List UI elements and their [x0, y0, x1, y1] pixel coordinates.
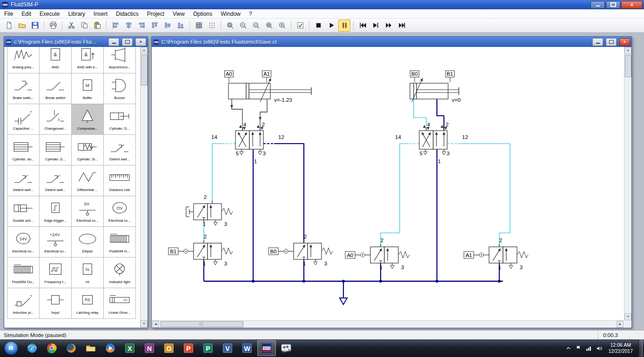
network-icon[interactable] [585, 345, 592, 352]
volume-icon[interactable] [596, 345, 603, 352]
powerpoint-taskbar-button[interactable]: P [179, 340, 198, 356]
outlook-taskbar-button[interactable]: O [160, 340, 178, 356]
zoom-in-button[interactable] [276, 20, 288, 32]
library-item-5[interactable]: Break switch [39, 73, 72, 104]
cut-button[interactable] [65, 20, 77, 32]
sim-step-button[interactable] [369, 20, 382, 32]
library-item-9[interactable]: Changeover... [39, 104, 72, 135]
print-button[interactable] [47, 20, 59, 32]
circuit-minimize-button[interactable] [592, 38, 603, 46]
align-right-button[interactable] [135, 20, 148, 32]
word-taskbar-button[interactable]: W [238, 340, 256, 356]
start-button[interactable] [0, 340, 22, 356]
library-vertical-scrollbar[interactable]: ▲ ▼ [140, 47, 147, 327]
library-item-2[interactable]: &AND with e... [71, 47, 104, 73]
library-item-34[interactable]: RSLatching relay [71, 288, 104, 319]
circuit-canvas[interactable]: A0A1v=-1.23B0B1v=04214125314214125312132… [152, 47, 624, 321]
save-button[interactable] [29, 20, 41, 32]
sim-stop-button[interactable] [312, 20, 324, 32]
library-item-19[interactable]: Distance rule [103, 165, 136, 196]
chrome-taskbar-button[interactable] [42, 340, 61, 356]
paste-button[interactable] [91, 20, 103, 32]
tray-clock[interactable]: 12:06 AM 12/22/2017 [606, 342, 635, 354]
zoom-out-button[interactable] [237, 20, 249, 32]
file-explorer-taskbar-button[interactable] [81, 340, 100, 356]
circuit-maximize-button[interactable] [606, 38, 617, 46]
library-item-33[interactable]: Input [39, 288, 72, 319]
library-item-27[interactable]: FluidSIM In... [103, 226, 136, 258]
align-top-button[interactable] [148, 20, 161, 32]
library-item-11[interactable]: Cylinder, D... [103, 104, 136, 135]
library-window-titlebar[interactable]: FESTO c:\Program Files (x86)\Festo Flui.… [4, 37, 148, 47]
library-item-31[interactable]: Indicator light [103, 257, 136, 288]
library-item-30[interactable]: hiHI [71, 257, 104, 288]
library-item-14[interactable]: Cylinder, Si... [71, 134, 104, 165]
align-bottom-button[interactable] [174, 20, 187, 32]
library-item-21[interactable]: Edge-trigger... [39, 196, 72, 227]
library-item-6[interactable]: MBuffer [71, 73, 104, 104]
menu-execute[interactable]: Execute [35, 10, 64, 18]
zoom-original-button[interactable] [250, 20, 262, 32]
firefox-taskbar-button[interactable] [62, 340, 80, 356]
library-item-22[interactable]: 0VElectrical co... [71, 196, 104, 227]
menu-didactics[interactable]: Didactics [112, 10, 143, 18]
library-close-button[interactable]: × [135, 38, 146, 46]
menu-view[interactable]: View [168, 10, 189, 18]
library-item-1[interactable]: &AND [39, 47, 72, 73]
library-item-23[interactable]: OVElectrical co... [103, 196, 136, 227]
library-item-25[interactable]: +24VElectrical co... [39, 226, 72, 258]
library-item-13[interactable]: Cylinder, D... [39, 134, 72, 165]
show-desktop-button[interactable] [638, 339, 643, 357]
menu-file[interactable]: File [0, 10, 17, 18]
scroll-down-icon[interactable]: ▼ [624, 313, 631, 320]
circuit-hscroll-thumb[interactable] [161, 321, 243, 327]
paint-taskbar-button[interactable] [277, 340, 295, 356]
scroll-left-icon[interactable]: ◀ [152, 321, 159, 328]
library-item-24[interactable]: 24VElectrical co... [7, 226, 40, 258]
new-button[interactable] [3, 20, 15, 32]
library-scroll-thumb[interactable] [141, 55, 148, 86]
scroll-down-icon[interactable]: ▼ [141, 320, 148, 327]
library-item-16[interactable]: Detent swit... [7, 165, 40, 196]
library-item-28[interactable]: FluidSIM Ou... [7, 257, 40, 288]
media-player-taskbar-button[interactable] [101, 340, 120, 356]
circuit-vertical-scrollbar[interactable]: ▲ ▼ [624, 47, 631, 320]
align-left-button[interactable] [109, 20, 121, 32]
library-item-15[interactable]: Detent swit... [103, 134, 136, 165]
library-item-7[interactable]: Buzzer [103, 73, 136, 104]
menu-window[interactable]: Window [216, 10, 245, 18]
publisher-taskbar-button[interactable]: P [199, 340, 217, 356]
library-item-26[interactable]: Ellipse [71, 226, 104, 258]
sim-play-button[interactable] [325, 20, 337, 32]
chevron-up-icon[interactable] [565, 345, 572, 352]
library-maximize-button[interactable] [122, 38, 133, 46]
menu-help[interactable]: ? [245, 10, 256, 18]
menu-edit[interactable]: Edit [17, 10, 35, 18]
zoom-window-button[interactable] [224, 20, 236, 32]
library-item-29[interactable]: Frequency t... [39, 257, 72, 288]
copy-button[interactable] [78, 20, 90, 32]
internet-explorer-taskbar-button[interactable]: e [23, 340, 41, 356]
menu-options[interactable]: Options [189, 10, 216, 18]
library-minimize-button[interactable] [108, 38, 119, 46]
library-item-18[interactable]: Differential ... [71, 165, 104, 196]
onenote-taskbar-button[interactable]: N [140, 340, 159, 356]
sim-end-button[interactable] [396, 20, 408, 32]
library-item-8[interactable]: Capacitive ... [7, 104, 40, 135]
fluidsim-taskbar-button[interactable]: FESTO [257, 340, 276, 356]
menu-library[interactable]: Library [64, 10, 89, 18]
action-center-icon[interactable] [575, 345, 582, 352]
restore-button[interactable] [606, 1, 620, 9]
library-item-17[interactable]: Detent swit... [39, 165, 72, 196]
grid-button[interactable] [193, 20, 205, 32]
sim-next-button[interactable] [382, 20, 395, 32]
library-item-10[interactable]: Compresse... [71, 104, 104, 135]
circuit-check-button[interactable] [294, 20, 306, 32]
align-center-button[interactable] [122, 20, 134, 32]
visio-taskbar-button[interactable]: V [218, 340, 237, 356]
library-item-20[interactable]: Double acti... [7, 196, 40, 227]
minimize-button[interactable] [590, 1, 605, 9]
close-button[interactable]: × [621, 1, 643, 9]
sim-pause-button[interactable] [338, 20, 350, 32]
circuit-horizontal-scrollbar[interactable]: ◀ ▶ [152, 320, 624, 327]
